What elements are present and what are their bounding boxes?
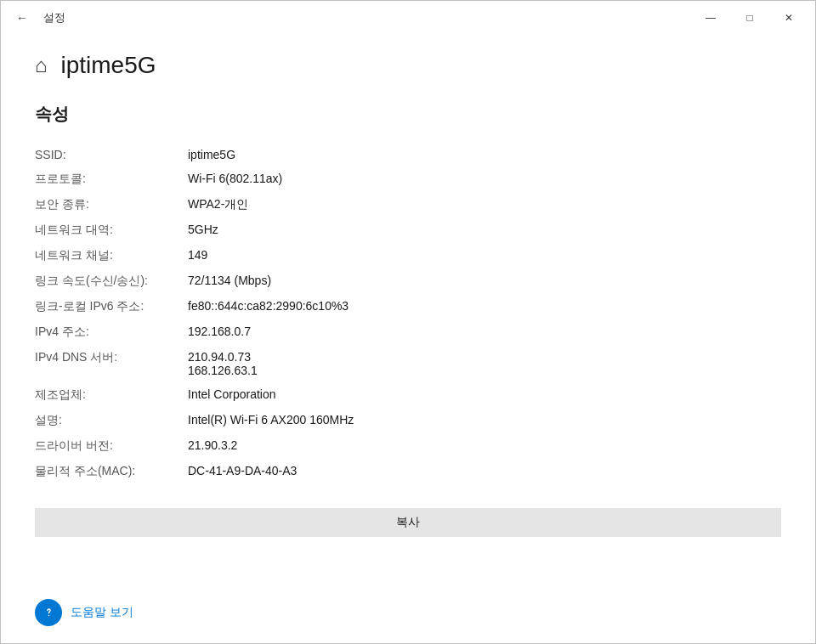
prop-value: 5GHz <box>188 217 781 243</box>
help-section: 도움말 보기 <box>35 585 781 626</box>
prop-value: Intel Corporation <box>188 382 781 408</box>
prop-label: 보안 종류: <box>35 192 188 217</box>
title-bar-controls: — □ ✕ <box>691 4 808 31</box>
prop-label: 설명: <box>35 408 188 433</box>
section-title: 속성 <box>35 103 781 126</box>
prop-label: IPv4 주소: <box>35 319 188 345</box>
close-button[interactable]: ✕ <box>769 4 808 31</box>
page-header: ⌂ iptime5G <box>35 52 781 79</box>
prop-value: fe80::644c:ca82:2990:6c10%3 <box>188 294 781 319</box>
title-bar-left: ← 설정 <box>11 8 65 28</box>
prop-value: Intel(R) Wi-Fi 6 AX200 160MHz <box>188 408 781 433</box>
prop-label: 물리적 주소(MAC): <box>35 459 188 484</box>
prop-label: 드라이버 버전: <box>35 433 188 459</box>
help-link[interactable]: 도움말 보기 <box>71 605 133 620</box>
prop-value: DC-41-A9-DA-40-A3 <box>188 459 781 484</box>
title-bar: ← 설정 — □ ✕ <box>1 1 815 35</box>
help-icon <box>35 599 62 626</box>
prop-value: Wi-Fi 6(802.11ax) <box>188 167 781 192</box>
page-content: ⌂ iptime5G 속성 SSID:iptime5G프로토콜:Wi-Fi 6(… <box>1 35 815 643</box>
prop-label: 네트워크 채널: <box>35 243 188 268</box>
prop-value: 72/1134 (Mbps) <box>188 268 781 294</box>
settings-window: ← 설정 — □ ✕ ⌂ iptime5G 속성 SSID:iptime5G프로… <box>0 0 816 644</box>
minimize-button[interactable]: — <box>691 4 730 31</box>
prop-label: 네트워크 대역: <box>35 217 188 243</box>
home-icon: ⌂ <box>35 54 48 77</box>
prop-value: 192.168.0.7 <box>188 319 781 345</box>
title-bar-title: 설정 <box>43 10 65 25</box>
maximize-button[interactable]: □ <box>730 4 769 31</box>
prop-value: WPA2-개인 <box>188 192 781 217</box>
prop-label: 링크 속도(수신/송신): <box>35 268 188 294</box>
prop-value: 149 <box>188 243 781 268</box>
prop-value: 21.90.3.2 <box>188 433 781 459</box>
page-title: iptime5G <box>61 52 156 79</box>
prop-label: SSID: <box>35 143 188 167</box>
prop-label: 링크-로컬 IPv6 주소: <box>35 294 188 319</box>
prop-label: 프로토콜: <box>35 167 188 192</box>
properties-table: SSID:iptime5G프로토콜:Wi-Fi 6(802.11ax)보안 종류… <box>35 143 781 484</box>
prop-label: IPv4 DNS 서버: <box>35 345 188 382</box>
copy-button[interactable]: 복사 <box>35 508 781 537</box>
prop-label: 제조업체: <box>35 382 188 408</box>
prop-value: 210.94.0.73 168.126.63.1 <box>188 345 781 382</box>
prop-value: iptime5G <box>188 143 781 167</box>
svg-point-1 <box>48 615 50 617</box>
back-button[interactable]: ← <box>11 8 33 28</box>
